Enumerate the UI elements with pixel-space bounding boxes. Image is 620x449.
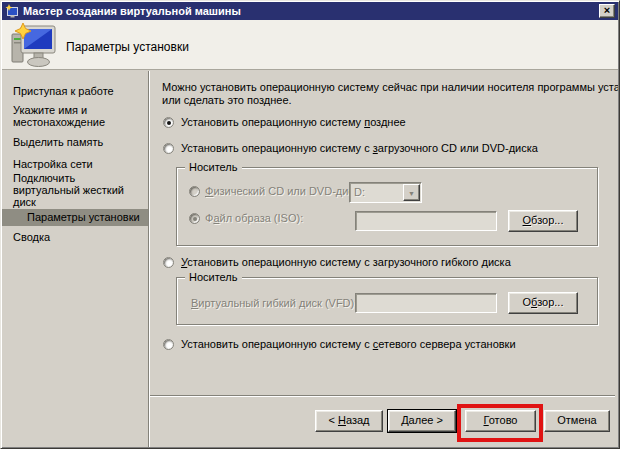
cancel-button[interactable]: Отмена	[544, 410, 610, 432]
new-vm-wizard-window: Мастер создания виртуальной машины × Пар…	[0, 0, 620, 449]
radio-install-from-floppy-label: Установить операционную систему с загруз…	[181, 256, 511, 269]
radio-install-later-label: Установить операционную систему позднее	[181, 116, 406, 129]
title-bar[interactable]: Мастер создания виртуальной машины ×	[2, 2, 618, 20]
radio-physical-cd	[189, 186, 200, 197]
wizard-header: Параметры установки	[2, 20, 618, 70]
browse-vfd-button: Обзор...	[508, 292, 578, 314]
sidebar-item-name-location: Укажите имя и местонахождение	[13, 104, 139, 128]
media-group-cd: Носитель Физический CD или DVD-диск: D: …	[176, 167, 598, 246]
vfd-path-input	[355, 293, 497, 313]
footer-divider	[150, 395, 615, 397]
close-button[interactable]: ×	[599, 4, 615, 18]
radio-install-later[interactable]	[163, 117, 174, 128]
physical-drive-select: D: ▼	[349, 182, 422, 203]
sidebar-item-connect-vhd: Подключить виртуальный жесткий диск	[13, 172, 139, 208]
next-button[interactable]: Далее >	[388, 410, 456, 432]
sidebar-item-installation-options-active: Параметры установки	[2, 209, 148, 226]
sidebar-item-assign-memory: Выделить память	[13, 136, 139, 148]
radio-iso-image	[189, 213, 200, 224]
intro-text-line2: или сделать это позднее.	[162, 94, 617, 107]
sidebar-item-before-you-begin: Приступая к работе	[13, 85, 139, 97]
media-group-cd-legend: Носитель	[185, 161, 242, 174]
sidebar-item-summary: Сводка	[13, 231, 139, 243]
radio-iso-image-label: Файл образа (ISO):	[205, 212, 303, 225]
radio-install-from-cd[interactable]	[163, 143, 174, 154]
media-group-floppy: Носитель Виртуальный гибкий диск (VFD): …	[176, 277, 598, 325]
app-icon	[5, 4, 19, 18]
radio-install-from-cd-label: Установить операционную систему с загруз…	[181, 142, 538, 155]
radio-install-from-network[interactable]	[163, 339, 174, 350]
browse-iso-button: Обзор...	[508, 210, 578, 232]
wizard-page-icon	[10, 22, 62, 68]
sidebar-divider	[148, 71, 150, 447]
vfd-label: Виртуальный гибкий диск (VFD):	[191, 297, 357, 310]
back-button[interactable]: < Назад	[315, 410, 383, 432]
page-title: Параметры установки	[66, 40, 189, 54]
sidebar-item-configure-network: Настройка сети	[13, 158, 139, 170]
media-group-floppy-legend: Носитель	[185, 271, 242, 284]
finish-button[interactable]: Готово	[465, 410, 536, 432]
intro-text-line1: Можно установить операционную систему се…	[162, 81, 617, 94]
iso-path-input	[355, 211, 497, 231]
physical-drive-value: D:	[354, 186, 365, 198]
radio-physical-cd-label: Физический CD или DVD-диск:	[205, 185, 362, 198]
radio-install-from-floppy[interactable]	[163, 257, 174, 268]
wizard-body: Приступая к работе Укажите имя и местона…	[2, 71, 618, 447]
dropdown-arrow-icon: ▼	[403, 184, 420, 201]
radio-install-from-network-label: Установить операционную систему с сетево…	[181, 338, 516, 351]
close-icon: ×	[604, 4, 610, 16]
window-title: Мастер создания виртуальной машины	[23, 5, 241, 17]
